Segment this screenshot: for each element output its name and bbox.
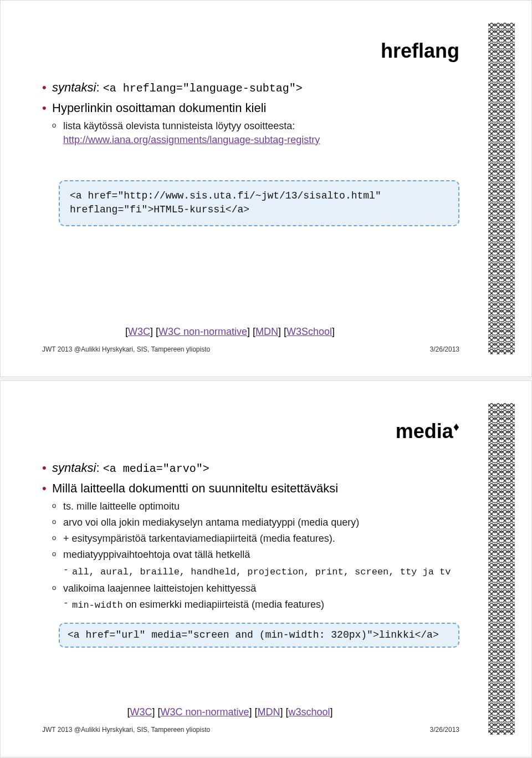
code-example: <a href="url" media="screen and (min-wid… <box>59 623 459 648</box>
ref-w3school[interactable]: w3school <box>289 706 330 718</box>
slide-decoration <box>488 23 515 354</box>
sub-item: lista käytössä olevista tunnisteista löy… <box>52 119 459 147</box>
bullet-syntax: syntaksi: <a hreflang="language-subtag"> <box>42 79 459 96</box>
sub-item: arvo voi olla jokin mediakyselyn antama … <box>52 516 459 530</box>
code-example: <a href="http://www.sis.uta.fi/~jwt/13/s… <box>59 180 459 226</box>
sub2-item: all, aural, braille, handheld, projectio… <box>63 563 459 579</box>
syntax-code: <a hreflang="language-subtag"> <box>103 82 303 95</box>
footer-date: 3/26/2013 <box>430 345 459 353</box>
syntax-code: <a media="arvo"> <box>103 462 209 475</box>
ref-w3c-nonnorm[interactable]: W3C non-normative <box>160 706 249 718</box>
slide-media: media♦ syntaksi: <a media="arvo"> Millä … <box>0 380 532 757</box>
ref-w3c[interactable]: W3C <box>130 706 152 718</box>
slide-title: hreflang <box>42 1 459 79</box>
ref-w3c-nonnorm[interactable]: W3C non-normative <box>158 326 247 337</box>
title-diamond-icon: ♦ <box>453 420 459 434</box>
reference-links: [W3C] [W3C non-normative] [MDN] [w3schoo… <box>1 706 459 718</box>
sub2-list: all, aural, braille, handheld, projectio… <box>63 563 459 579</box>
sub-list: ts. mille laitteelle optimoitu arvo voi … <box>52 500 459 613</box>
syntax-label: syntaksi <box>52 461 96 475</box>
iana-link[interactable]: http://www.iana.org/assignments/language… <box>63 134 320 145</box>
slide-footer: JWT 2013 @Aulikki Hyrskykari, SIS, Tampe… <box>42 726 459 734</box>
slide-footer: JWT 2013 @Aulikki Hyrskykari, SIS, Tampe… <box>42 345 459 353</box>
slide-hreflang: hreflang syntaksi: <a hreflang="language… <box>0 0 532 377</box>
ref-mdn[interactable]: MDN <box>255 326 278 337</box>
sub-item: valikoima laajennee laitteistojen kehitt… <box>52 582 459 613</box>
footer-author: JWT 2013 @Aulikki Hyrskykari, SIS, Tampe… <box>42 345 210 353</box>
bullet-syntax: syntaksi: <a media="arvo"> <box>42 460 459 477</box>
slide-title: media♦ <box>42 381 459 460</box>
bullet-list: syntaksi: <a media="arvo"> Millä laittee… <box>42 460 459 613</box>
bullet-list: syntaksi: <a hreflang="language-subtag">… <box>42 79 459 147</box>
slide-decoration <box>488 403 515 735</box>
ref-w3school[interactable]: W3School <box>287 326 332 337</box>
syntax-label: syntaksi <box>52 80 96 94</box>
reference-links: [W3C] [W3C non-normative] [MDN] [W3Schoo… <box>1 326 459 338</box>
footer-date: 3/26/2013 <box>430 726 459 734</box>
ref-mdn[interactable]: MDN <box>258 706 280 718</box>
sub-list: lista käytössä olevista tunnisteista löy… <box>52 119 459 147</box>
bullet-description: Hyperlinkin osoittaman dokumentin kieli … <box>42 100 459 147</box>
bullet-description: Millä laitteella dokumentti on suunnitel… <box>42 480 459 613</box>
footer-author: JWT 2013 @Aulikki Hyrskykari, SIS, Tampe… <box>42 726 210 734</box>
ref-w3c[interactable]: W3C <box>128 326 150 337</box>
sub-item: mediatyyppivaihtoehtoja ovat tällä hetke… <box>52 548 459 579</box>
sub2-list: min-width on esimerkki mediapiirteistä (… <box>63 597 459 613</box>
sub-item: ts. mille laitteelle optimoitu <box>52 500 459 513</box>
sub-item: + esitysympäristöä tarkentaviamediapiirt… <box>52 532 459 546</box>
sub2-item: min-width on esimerkki mediapiirteistä (… <box>63 597 459 613</box>
